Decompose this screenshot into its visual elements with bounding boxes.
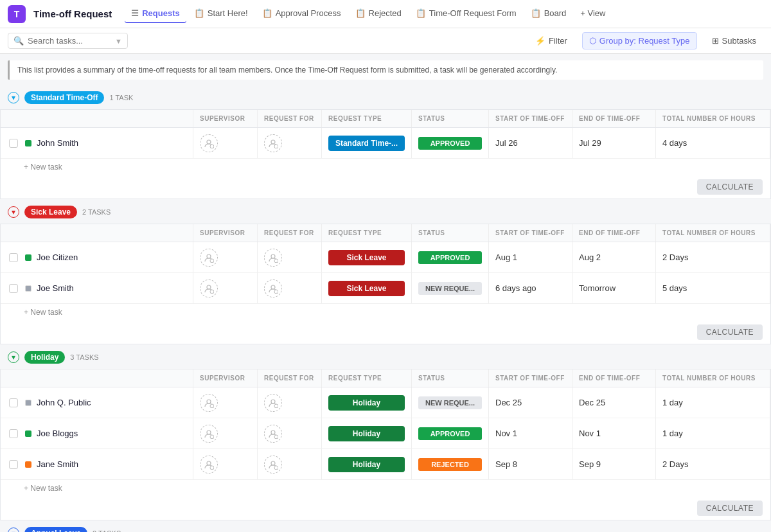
- row-checkbox-2-1[interactable]: [9, 429, 18, 438]
- hours-value-2-2: 2 Days: [662, 459, 688, 469]
- supervisor-avatar-2-2[interactable]: +: [200, 456, 218, 474]
- start-date-1-1: 6 days ago: [495, 283, 536, 293]
- status-badge-2-0: NEW REQUE...: [418, 396, 482, 409]
- cell-hours-2-0: 1 day: [656, 387, 770, 418]
- group-toggle-sick[interactable]: ▾: [8, 206, 19, 218]
- cell-status-1-0: APPROVED: [412, 242, 489, 272]
- add-view-button[interactable]: + View: [574, 4, 612, 23]
- search-box[interactable]: 🔍 ▼: [8, 33, 128, 49]
- edit-icon[interactable]: ✎: [102, 283, 111, 294]
- tab-rejected[interactable]: 📋 Rejected: [349, 4, 408, 23]
- tab-start-here[interactable]: 📋 Start Here!: [188, 4, 254, 23]
- edit-icon[interactable]: ✎: [119, 397, 128, 409]
- group-toggle-standard[interactable]: ▾: [8, 92, 19, 103]
- branch-icon[interactable]: ⑆: [84, 137, 91, 149]
- edit-icon[interactable]: ✎: [106, 459, 115, 470]
- search-input[interactable]: [28, 36, 111, 46]
- tab-board[interactable]: 📋 Board: [524, 4, 573, 23]
- cell-type-2-1: Holiday: [322, 418, 412, 448]
- tab-timeoff-form[interactable]: 📋 Time-Off Request Form: [409, 4, 523, 23]
- branch-icon[interactable]: ⑆: [84, 459, 91, 470]
- supervisor-avatar-2-0[interactable]: +: [200, 394, 218, 412]
- row-checkbox-2-2[interactable]: [9, 460, 18, 469]
- request-type-badge-0-0: Standard Time-...: [328, 136, 405, 151]
- requests-icon: ☰: [131, 8, 139, 18]
- branch-icon[interactable]: ⑆: [79, 283, 86, 294]
- table-header-holiday: SUPERVISOR REQUEST FOR REQUEST TYPE STAT…: [1, 369, 770, 387]
- svg-text:+: +: [211, 290, 213, 294]
- group-by-button[interactable]: ⬡ Group by: Request Type: [582, 32, 697, 49]
- group-toggle-annual[interactable]: ▾: [8, 528, 19, 532]
- edit-icon[interactable]: ✎: [105, 252, 114, 263]
- cell-name-1-0: Joe Citizen ⑆ 🏷 ✎: [1, 242, 193, 272]
- supervisor-avatar-1-1[interactable]: +: [200, 279, 218, 297]
- svg-point-0: [207, 140, 211, 144]
- tag-icon[interactable]: 🏷: [93, 428, 103, 439]
- calculate-row-sick: CALCULATE: [1, 321, 770, 344]
- svg-text:+: +: [275, 466, 278, 470]
- edit-icon[interactable]: ✎: [106, 137, 115, 149]
- col-start: START OF TIME-OFF: [489, 224, 572, 242]
- supervisor-avatar-2-1[interactable]: +: [200, 425, 218, 443]
- tag-icon[interactable]: 🏷: [89, 283, 99, 294]
- status-badge-1-1: NEW REQUE...: [418, 282, 482, 295]
- row-checkbox-area: [7, 139, 20, 148]
- new-task-standard[interactable]: + New task: [1, 159, 770, 175]
- tab-requests[interactable]: ☰ Requests: [125, 4, 186, 23]
- end-date-1-1: Tomorrow: [579, 283, 616, 293]
- cell-supervisor-2-1: +: [193, 418, 258, 448]
- row-checkbox-1-1[interactable]: [9, 284, 18, 293]
- col-request-for: REQUEST FOR: [258, 224, 322, 242]
- row-checkbox-area: [7, 253, 20, 262]
- new-task-sick[interactable]: + New task: [1, 304, 770, 321]
- branch-icon[interactable]: ⑆: [83, 252, 90, 263]
- supervisor-avatar-1-0[interactable]: +: [200, 249, 218, 267]
- svg-point-3: [271, 140, 275, 144]
- group-header-annual: ▾ Annual Leave 2 TASKS: [0, 522, 771, 532]
- row-checkbox-2-0[interactable]: [9, 398, 18, 407]
- col-start: START OF TIME-OFF: [489, 369, 572, 387]
- col-hours: TOTAL NUMBER OF HOURS: [656, 110, 770, 127]
- request-for-avatar-2-1[interactable]: +: [264, 425, 282, 443]
- group-toggle-holiday[interactable]: ▾: [8, 351, 19, 363]
- group-count-annual: 2 TASKS: [93, 529, 121, 532]
- cell-hours-2-2: 2 Days: [656, 449, 770, 479]
- calculate-button-sick[interactable]: CALCULATE: [697, 324, 763, 340]
- request-for-avatar-2-2[interactable]: +: [264, 456, 282, 474]
- status-badge-2-2: REJECTED: [418, 458, 482, 471]
- request-for-avatar-2-0[interactable]: +: [264, 394, 282, 412]
- calculate-button-holiday[interactable]: CALCULATE: [697, 501, 763, 516]
- tag-icon[interactable]: 🏷: [106, 397, 116, 409]
- toolbar-right: ⚡ Filter ⬡ Group by: Request Type ⊞ Subt…: [528, 32, 763, 49]
- tag-icon[interactable]: 🏷: [93, 137, 103, 149]
- table-row: Joe Citizen ⑆ 🏷 ✎ + + Sick Leave: [1, 242, 770, 273]
- cell-request-for-1-1: +: [258, 273, 322, 303]
- request-for-avatar-1-1[interactable]: +: [264, 279, 282, 297]
- row-checkbox-0-0[interactable]: [9, 139, 18, 148]
- svg-point-21: [271, 400, 275, 403]
- tag-icon[interactable]: 🏷: [93, 459, 103, 470]
- group-holiday: ▾ Holiday 3 TASKS SUPERVISOR REQUEST FOR…: [0, 346, 771, 520]
- request-for-avatar-0-0[interactable]: +: [264, 134, 282, 152]
- subtasks-button[interactable]: ⊞ Subtasks: [705, 32, 763, 49]
- cell-status-0-0: APPROVED: [412, 128, 489, 158]
- branch-icon[interactable]: ⑆: [96, 397, 103, 409]
- status-dot-2-1: [25, 430, 31, 437]
- branch-icon[interactable]: ⑆: [83, 428, 90, 439]
- cell-name-1-1: Joe Smith ⑆ 🏷 ✎: [1, 273, 193, 303]
- filter-button[interactable]: ⚡ Filter: [528, 32, 574, 49]
- cell-start-2-0: Dec 25: [489, 387, 572, 418]
- tab-approval[interactable]: 📋 Approval Process: [256, 4, 348, 23]
- group-badge-holiday: Holiday: [24, 351, 65, 364]
- table-header-standard: SUPERVISOR REQUEST FOR REQUEST TYPE STAT…: [1, 110, 770, 128]
- new-task-holiday[interactable]: + New task: [1, 480, 770, 497]
- cell-hours-0-0: 4 days: [656, 128, 770, 158]
- calculate-button-standard[interactable]: CALCULATE: [697, 179, 763, 195]
- search-dropdown-icon[interactable]: ▼: [115, 37, 122, 45]
- edit-icon[interactable]: ✎: [105, 428, 114, 439]
- start-date-2-1: Nov 1: [495, 429, 517, 438]
- request-for-avatar-1-0[interactable]: +: [264, 249, 282, 267]
- tag-icon[interactable]: 🏷: [93, 252, 103, 263]
- row-checkbox-1-0[interactable]: [9, 253, 18, 262]
- supervisor-avatar-0-0[interactable]: +: [200, 134, 218, 152]
